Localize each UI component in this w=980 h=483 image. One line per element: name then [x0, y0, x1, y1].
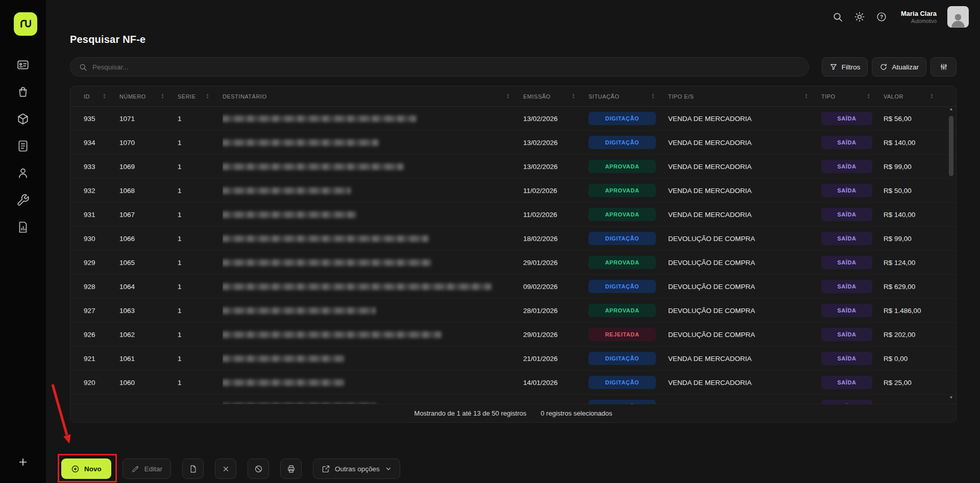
novo-button[interactable]: Novo [61, 458, 111, 479]
cell-valor: R$ 0,00 [884, 347, 947, 370]
table-row[interactable]: 9201060114/01/2026DIGITAÇÃOVENDA DE MERC… [70, 371, 956, 395]
toolbar: Filtros Atualizar [70, 57, 957, 77]
scroll-up-icon[interactable]: ▲ [948, 107, 954, 111]
cell-emissao: 18/02/2026 [523, 227, 589, 250]
help-button[interactable]: ? [876, 11, 887, 22]
pencil-icon [131, 465, 140, 473]
app-logo[interactable] [14, 12, 37, 36]
sidebar-item-package[interactable] [16, 112, 30, 126]
cell-tipo-es: VENDA DE MERCADORIA [668, 179, 821, 202]
sidebar-item-wrench[interactable] [16, 194, 30, 207]
column-header-tipo-es[interactable]: TIPO E/S▲▼ [668, 86, 821, 106]
sort-icon[interactable]: ▲▼ [103, 93, 106, 99]
sidebar-item-user[interactable] [16, 166, 30, 180]
table-row[interactable]: 9321068111/02/2026APROVADAVENDA DE MERCA… [70, 179, 956, 203]
print-button[interactable] [280, 458, 302, 479]
cell-numero: 1066 [119, 227, 178, 250]
table-row[interactable]: 9211061121/01/2026DIGITAÇÃOVENDA DE MERC… [70, 347, 956, 371]
filters-button[interactable]: Filtros [822, 57, 868, 77]
plus-icon [17, 456, 29, 468]
cell-numero: 1068 [119, 179, 178, 202]
outras-opcoes-button[interactable]: Outras opções [313, 458, 400, 479]
cell-serie: 1 [178, 371, 223, 394]
cell-situacao: APROVADA [589, 179, 668, 202]
table-row[interactable]: 9281064109/02/2026DIGITAÇÃODEVOLUÇÃO DE … [70, 275, 956, 299]
chevron-down-icon [385, 466, 391, 472]
cell-emissao: 11/02/2026 [523, 179, 589, 202]
refresh-label: Atualizar [892, 63, 919, 71]
sort-icon[interactable]: ▲▼ [572, 93, 575, 99]
cell-destinatario [223, 323, 523, 346]
global-search-button[interactable] [832, 11, 843, 22]
search-input[interactable] [92, 63, 800, 71]
user-info[interactable]: Maria Clara Automotivo [901, 10, 937, 24]
sort-icon[interactable]: ▲▼ [805, 93, 808, 99]
column-header-situacao[interactable]: SITUAÇÃO▲▼ [589, 86, 668, 106]
cell-tipo: SAÍDA [821, 203, 884, 226]
cell-emissao: 13/01/2026 [523, 395, 589, 405]
cell-tipo-es: DEVOLUÇÃO DE COMPRA [668, 251, 821, 274]
sort-icon[interactable]: ▲▼ [867, 93, 870, 99]
cell-id: 931 [84, 203, 119, 226]
sort-icon[interactable]: ▲▼ [930, 93, 934, 99]
sidebar-item-shopping-bag[interactable] [16, 85, 30, 99]
cell-serie: 1 [178, 155, 223, 178]
block-button[interactable] [248, 458, 269, 479]
cell-tipo: SAÍDA [821, 347, 884, 370]
table-footer: Mostrando de 1 até 13 de 50 registros 0 … [70, 404, 956, 422]
cell-emissao: 21/01/2026 [523, 347, 589, 370]
sidebar-add-button[interactable] [0, 456, 46, 468]
tipo-badge: SAÍDA [821, 208, 872, 221]
table-row[interactable]: 9191059113/01/2026DIGITAÇÃOVENDA DE MERC… [70, 395, 956, 405]
cancel-x-button[interactable] [215, 458, 236, 479]
sort-icon[interactable]: ▲▼ [652, 93, 655, 99]
column-header-emissao[interactable]: EMISSÃO▲▼ [523, 86, 589, 106]
table-row[interactable]: 9261062129/01/2026REJEITADADEVOLUÇÃO DE … [70, 323, 956, 347]
sidebar-item-card[interactable] [16, 58, 30, 71]
records-count: Mostrando de 1 até 13 de 50 registros [414, 409, 527, 417]
cell-id: 934 [84, 131, 119, 154]
cell-situacao: DIGITAÇÃO [589, 275, 668, 298]
search-bar [70, 57, 809, 77]
theme-toggle-button[interactable] [854, 11, 865, 22]
cell-tipo: SAÍDA [821, 371, 884, 394]
table-row[interactable]: 9331069113/02/2026APROVADAVENDA DE MERCA… [70, 155, 956, 179]
column-header-numero[interactable]: NÚMERO▲▼ [119, 86, 178, 106]
column-settings-button[interactable] [930, 57, 957, 77]
table-row[interactable]: 9351071113/02/2026DIGITAÇÃOVENDA DE MERC… [70, 107, 956, 131]
column-header-serie[interactable]: SÉRIE▲▼ [178, 86, 223, 106]
cell-numero: 1067 [119, 203, 178, 226]
column-header-tipo[interactable]: TIPO▲▼ [821, 86, 884, 106]
cell-situacao: DIGITAÇÃO [589, 131, 668, 154]
redacted-destinatario-text [223, 115, 416, 122]
refresh-button[interactable]: Atualizar [872, 57, 926, 77]
document-button[interactable] [182, 458, 204, 479]
scrollbar-thumb[interactable] [949, 116, 953, 176]
column-header-destinatario[interactable]: DESTINATÁRIO▲▼ [223, 86, 523, 106]
table-row[interactable]: 9341070113/02/2026DIGITAÇÃOVENDA DE MERC… [70, 131, 956, 155]
cell-id: 928 [84, 275, 119, 298]
sidebar-item-report[interactable] [16, 221, 30, 234]
table-row[interactable]: 9311067111/02/2026APROVADAVENDA DE MERCA… [70, 203, 956, 227]
table-row[interactable]: 9301066118/02/2026DIGITAÇÃODEVOLUÇÃO DE … [70, 227, 956, 251]
table-row[interactable]: 9291065129/01/2026APROVADADEVOLUÇÃO DE C… [70, 251, 956, 275]
cell-emissao: 14/01/2026 [523, 371, 589, 394]
cell-destinatario [223, 131, 523, 154]
cell-id: 930 [84, 227, 119, 250]
cell-situacao: REJEITADA [589, 323, 668, 346]
avatar[interactable] [947, 6, 969, 28]
sort-icon[interactable]: ▲▼ [507, 93, 510, 99]
sidebar-item-invoice[interactable] [16, 139, 30, 153]
table-scrollbar[interactable]: ▲ ▼ [949, 109, 953, 397]
column-header-valor[interactable]: VALOR▲▼ [884, 86, 947, 106]
sort-icon[interactable]: ▲▼ [206, 93, 209, 99]
scroll-down-icon[interactable]: ▼ [948, 395, 954, 400]
cell-valor: R$ 629,00 [884, 275, 947, 298]
table-row[interactable]: 9271063128/01/2026APROVADADEVOLUÇÃO DE C… [70, 299, 956, 323]
sort-icon[interactable]: ▲▼ [161, 93, 164, 99]
editar-button[interactable]: Editar [122, 458, 171, 479]
user-name: Maria Clara [901, 10, 937, 17]
column-header-id[interactable]: ID▲▼ [84, 86, 119, 106]
selected-count: 0 registros selecionados [541, 409, 612, 417]
cell-valor: R$ 99,00 [884, 227, 947, 250]
